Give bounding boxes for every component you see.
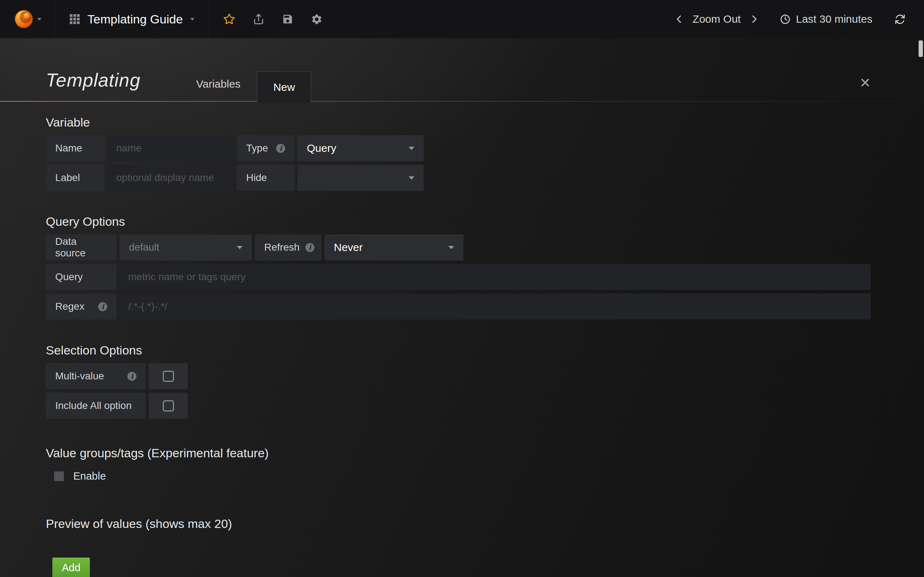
type-select[interactable]: Query	[297, 135, 424, 161]
settings-button[interactable]	[302, 13, 331, 25]
navbar-actions	[209, 0, 331, 38]
clock-icon	[780, 14, 791, 25]
chevron-down-icon	[237, 246, 242, 249]
chevron-down-icon	[409, 176, 414, 180]
navbar: Templating Guide	[0, 0, 924, 38]
regex-row: Regex i	[46, 293, 871, 319]
label-label: Label	[46, 165, 105, 191]
page-title: Templating	[46, 69, 141, 102]
type-info-icon[interactable]: i	[276, 144, 285, 153]
save-icon	[282, 13, 294, 25]
datasource-label: Data source	[46, 234, 116, 260]
grafana-logo-icon	[13, 9, 34, 29]
multi-value-row: Multi-value i	[46, 363, 871, 389]
refresh-button[interactable]	[894, 13, 906, 25]
query-options-heading: Query Options	[46, 214, 871, 229]
share-button[interactable]	[244, 13, 273, 25]
refresh-label: Refresh i	[255, 234, 321, 260]
dashboard-title-button[interactable]: Templating Guide	[55, 0, 209, 38]
type-select-value: Query	[307, 142, 409, 154]
tab-variables[interactable]: Variables	[179, 78, 257, 102]
enable-label: Enable	[73, 470, 106, 482]
include-all-checkbox[interactable]	[149, 393, 188, 419]
name-input[interactable]	[108, 135, 234, 161]
multi-value-label: Multi-value i	[46, 363, 146, 389]
datasource-select-value: default	[129, 242, 237, 253]
variable-heading: Variable	[46, 115, 871, 129]
hide-select[interactable]	[297, 165, 424, 191]
label-input[interactable]	[108, 165, 234, 191]
share-icon	[253, 13, 265, 25]
checkbox-icon	[163, 400, 174, 411]
chevron-down-icon	[409, 147, 414, 150]
regex-label: Regex i	[46, 293, 116, 319]
close-button[interactable]	[860, 77, 871, 88]
refresh-select-value: Never	[334, 241, 448, 253]
tab-new[interactable]: New	[257, 71, 311, 103]
time-range-button[interactable]: Last 30 minutes	[780, 13, 872, 25]
tabs: Variables New	[179, 38, 311, 102]
include-all-row: Include All option	[46, 393, 871, 419]
time-forward-button[interactable]	[749, 15, 759, 24]
query-input[interactable]	[120, 264, 871, 290]
gear-icon	[311, 13, 323, 25]
selection-options-heading: Selection Options	[46, 343, 871, 357]
chevron-down-icon	[448, 246, 454, 249]
include-all-label: Include All option	[46, 393, 146, 419]
enable-checkbox[interactable]	[54, 471, 64, 481]
refresh-select[interactable]: Never	[325, 234, 464, 260]
checkbox-icon	[163, 371, 174, 382]
name-label: Name	[46, 135, 105, 161]
enable-row: Enable	[54, 470, 871, 482]
close-icon	[860, 77, 871, 88]
time-back-button[interactable]	[675, 15, 684, 24]
regex-info-icon[interactable]: i	[98, 302, 107, 311]
chevron-right-icon	[749, 15, 759, 24]
grafana-logo-button[interactable]	[0, 0, 55, 38]
hide-label: Hide	[237, 165, 294, 191]
datasource-select[interactable]: default	[120, 234, 252, 260]
tabbed-header: Templating Variables New	[46, 38, 871, 102]
preview-heading: Preview of values (shows max 20)	[46, 517, 871, 531]
time-range-label: Last 30 minutes	[796, 13, 872, 25]
value-groups-heading: Value groups/tags (Experimental feature)	[46, 446, 871, 460]
zoom-out-button[interactable]: Zoom Out	[693, 13, 741, 25]
regex-input[interactable]	[120, 293, 871, 319]
refresh-icon	[894, 13, 906, 25]
save-button[interactable]	[273, 13, 302, 25]
multi-value-info-icon[interactable]: i	[128, 372, 136, 381]
variable-name-row: Name Type i Query	[46, 135, 871, 161]
header-divider	[0, 101, 924, 102]
refresh-info-icon[interactable]: i	[305, 243, 314, 252]
chevron-left-icon	[675, 15, 684, 24]
star-icon	[223, 13, 235, 25]
templating-editor: Templating Variables New Variable Name T…	[0, 38, 924, 577]
dashboard-grid-icon	[69, 14, 80, 24]
scrollbar-thumb[interactable]	[919, 40, 923, 57]
add-button[interactable]: Add	[52, 558, 90, 577]
multi-value-checkbox[interactable]	[149, 363, 188, 389]
datasource-row: Data source default Refresh i Never	[46, 234, 871, 260]
navbar-time-controls: Zoom Out Last 30 minutes	[675, 0, 924, 38]
star-button[interactable]	[215, 13, 244, 25]
type-label: Type i	[237, 135, 294, 161]
dashboard-title-caret-icon	[190, 18, 195, 21]
query-row: Query	[46, 264, 871, 290]
dashboard-title: Templating Guide	[87, 12, 183, 26]
logo-caret-icon	[37, 18, 42, 21]
query-label: Query	[46, 264, 116, 290]
variable-label-row: Label Hide	[46, 165, 871, 191]
